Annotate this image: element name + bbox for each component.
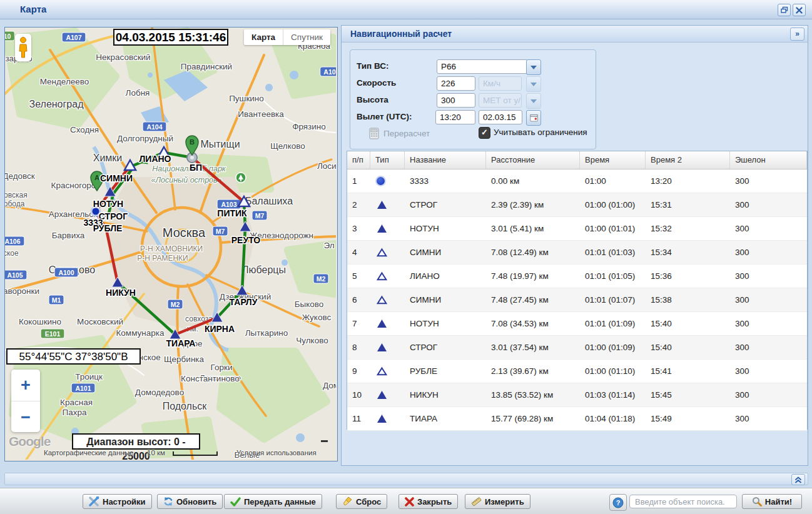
svg-text:М2: М2 <box>171 301 180 308</box>
check-icon <box>230 497 241 506</box>
column-header-6[interactable]: Эшелон <box>730 151 807 169</box>
svg-text:РУБЛЕ: РУБЛЕ <box>93 223 123 233</box>
table-row[interactable]: 6СИМНИ7.48 (27.45) км01:01 (01:07)15:383… <box>347 288 807 312</box>
svg-text:слобода: слобода <box>5 199 25 208</box>
departure-time-input[interactable]: 13:20 <box>435 110 475 124</box>
collapse-panel-icon[interactable]: » <box>790 28 804 41</box>
bottom-toolbar: Настройки Обновить Передать данные Сброс… <box>0 488 812 514</box>
speed-input[interactable]: 226 <box>437 76 475 91</box>
speed-label: Скорость <box>357 78 396 88</box>
waypoint-outline-icon <box>377 271 387 281</box>
brush-icon <box>342 496 353 506</box>
aircraft-type-dropdown-icon[interactable] <box>526 59 541 75</box>
question-icon: ? <box>612 497 624 508</box>
table-row[interactable]: 10НИКУН13.85 (53.52) км01:03 (01:14)15:4… <box>347 383 807 407</box>
svg-text:Дом: Дом <box>323 381 336 390</box>
refresh-button-label: Обновить <box>176 497 216 506</box>
svg-text:Правдинский: Правдинский <box>181 62 232 71</box>
svg-text:Коммунарка: Коммунарка <box>116 328 165 338</box>
svg-text:ЛИАНО: ЛИАНО <box>140 154 171 164</box>
waypoint-outline-icon <box>377 295 387 305</box>
restore-window-icon[interactable] <box>778 4 791 16</box>
panel-header: Навигационный расчет » <box>342 26 808 43</box>
close-button[interactable]: Закрыть <box>398 494 458 509</box>
svg-text:А105: А105 <box>7 271 23 279</box>
column-header-1[interactable]: Тип <box>370 151 405 169</box>
svg-text:Р-Н РАМЕНКИ: Р-Н РАМЕНКИ <box>137 254 188 263</box>
route-table: п/пТипНазваниеРасстояниеВремяВремя 2Эшел… <box>347 151 808 430</box>
help-button[interactable]: ? <box>609 494 627 511</box>
svg-text:ТИАРА: ТИАРА <box>166 338 196 348</box>
altitude-range-box: Диапазон высот: 0 - 25000 <box>72 433 200 450</box>
table-row[interactable]: 3НОТУН3.01 (5.41) км01:00 (01:01)15:3230… <box>347 217 807 241</box>
zoom-out-button[interactable]: − <box>11 401 40 433</box>
refresh-button[interactable]: Обновить <box>157 494 223 509</box>
svg-text:СТРОГ: СТРОГ <box>99 211 128 221</box>
aircraft-type-combo[interactable]: P66 <box>437 59 528 74</box>
find-button[interactable]: Найти! <box>742 494 802 509</box>
pegman-icon[interactable] <box>15 34 31 61</box>
svg-text:НИКУН: НИКУН <box>106 288 136 298</box>
svg-text:Горки: Горки <box>211 363 233 372</box>
table-row[interactable]: 5ЛИАНО7.48 (19.97) км01:01 (01:05)15:363… <box>347 265 807 288</box>
column-header-3[interactable]: Расстояние <box>486 151 580 169</box>
navigation-panel: Навигационный расчет » Тип ВС: P66 Скоро… <box>341 25 808 466</box>
zoom-in-button[interactable]: + <box>11 370 40 401</box>
aircraft-type-label: Тип ВС: <box>357 61 388 71</box>
google-logo: Google <box>9 434 50 449</box>
svg-text:A: A <box>94 174 99 181</box>
start-point-icon <box>377 177 385 185</box>
panel-title: Навигационный расчет <box>350 26 452 42</box>
reset-button[interactable]: Сброс <box>336 494 387 509</box>
altitude-unit-field: МЕТ от у/ <box>479 93 522 108</box>
range-slider-handle[interactable] <box>321 440 328 442</box>
svg-text:А100: А100 <box>58 269 74 276</box>
svg-text:НОТУН: НОТУН <box>93 199 123 209</box>
limits-checkbox[interactable]: ✓ <box>479 127 490 139</box>
column-header-0[interactable]: п/п <box>347 151 370 169</box>
table-row[interactable]: 9РУБЛЕ2.13 (39.67) км01:00 (01:10)15:413… <box>347 360 807 383</box>
waypoint-filled-icon <box>377 414 387 423</box>
svg-text:Лобня: Лобня <box>126 88 150 98</box>
settings-button[interactable]: Настройки <box>83 494 152 509</box>
send-data-button-label: Передать данные <box>244 497 316 506</box>
svg-text:А101: А101 <box>75 385 91 392</box>
speed-unit-field: Км/ч <box>479 76 522 91</box>
terms-link[interactable]: Условия использования <box>236 449 317 456</box>
calendar-icon[interactable] <box>526 110 541 126</box>
svg-text:Фрязино: Фрязино <box>292 122 326 131</box>
svg-text:Красная: Красная <box>60 398 93 407</box>
column-header-5[interactable]: Время 2 <box>646 151 730 169</box>
recalculate-button[interactable]: Перерасчет <box>383 129 430 138</box>
svg-text:Химки: Химки <box>93 153 123 163</box>
measure-button[interactable]: Измерить <box>465 494 530 509</box>
svg-text:СИМНИ: СИМНИ <box>100 173 133 183</box>
svg-text:Щербинка: Щербинка <box>164 355 205 364</box>
route-table-header: п/пТипНазваниеРасстояниеВремяВремя 2Эшел… <box>347 151 807 169</box>
map-canvas[interactable]: заровоНекрасовскийПравдинскийКрасноаМенд… <box>5 28 336 460</box>
column-header-4[interactable]: Время <box>580 151 646 169</box>
table-row[interactable]: 11ТИАРА15.77 (69.28) км01:04 (01:18)15:4… <box>347 407 807 431</box>
table-row[interactable]: 8СТРОГ3.01 (37.54) км01:00 (01:09)15:403… <box>347 336 807 360</box>
column-header-2[interactable]: Название <box>405 151 486 169</box>
close-icon[interactable] <box>793 4 806 16</box>
map-scale-bar <box>173 451 218 456</box>
map-type-map-button[interactable]: Карта <box>244 29 283 45</box>
send-data-button[interactable]: Передать данные <box>224 494 322 509</box>
table-row[interactable]: 7НОТУН7.08 (34.53) км01:01 (01:09)15:403… <box>347 312 807 336</box>
svg-text:Жуковс: Жуковс <box>302 313 332 322</box>
search-input[interactable] <box>629 495 737 508</box>
table-row[interactable]: 2СТРОГ2.39 (2.39) км01:00 (01:00)15:3130… <box>347 193 807 217</box>
map-type-satellite-button[interactable]: Спутник <box>283 29 330 45</box>
cursor-coordinates: 55°44'55"С 37°38'50"В <box>6 348 141 365</box>
table-row[interactable]: 4СИМНИ7.08 (12.49) км01:01 (01:03)15:343… <box>347 241 807 265</box>
zoom-control: + − <box>11 370 40 432</box>
expand-strip-icon[interactable] <box>791 474 805 485</box>
svg-text:РЕУТО: РЕУТО <box>231 235 261 245</box>
altitude-input[interactable]: 300 <box>437 93 475 108</box>
svg-text:Е10: Е10 <box>5 33 11 40</box>
svg-text:Московский: Московский <box>77 317 123 326</box>
table-row[interactable]: 133330.00 км01:0013:20300 <box>347 169 807 193</box>
departure-date-input[interactable]: 02.03.15 <box>479 110 522 124</box>
svg-text:Лыткарино: Лыткарино <box>245 328 288 338</box>
